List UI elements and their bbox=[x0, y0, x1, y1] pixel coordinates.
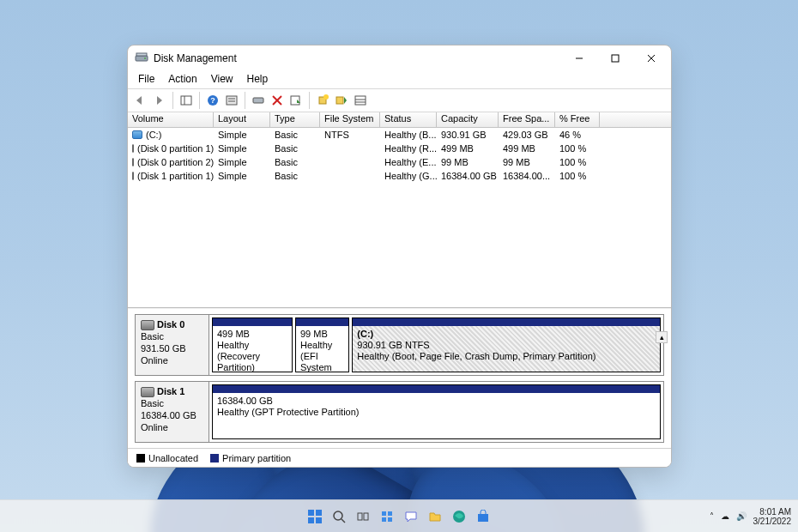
col-status[interactable]: Status bbox=[380, 112, 437, 127]
col-filesystem[interactable]: File System bbox=[320, 112, 380, 127]
svg-rect-20 bbox=[336, 97, 343, 104]
svg-point-2 bbox=[144, 57, 146, 59]
toolbar-divider bbox=[172, 92, 173, 109]
col-type[interactable]: Type bbox=[270, 112, 320, 127]
menubar: File Action View Help bbox=[128, 71, 671, 88]
widgets-icon[interactable] bbox=[378, 507, 396, 526]
svg-rect-26 bbox=[308, 517, 314, 523]
svg-point-28 bbox=[334, 511, 342, 520]
svg-rect-24 bbox=[308, 510, 314, 516]
svg-line-29 bbox=[342, 519, 345, 523]
svg-rect-17 bbox=[291, 96, 299, 105]
legend-primary: Primary partition bbox=[210, 453, 291, 463]
svg-text:?: ? bbox=[210, 96, 215, 105]
toolbar-divider bbox=[245, 92, 245, 109]
partition[interactable]: 99 MBHealthy (EFI System bbox=[295, 317, 349, 372]
disk-management-window: Disk Management File Action View Help ? … bbox=[127, 45, 672, 468]
drive-icon bbox=[132, 144, 134, 153]
toolbar-divider bbox=[309, 92, 310, 109]
start-button[interactable] bbox=[305, 507, 324, 526]
svg-rect-21 bbox=[355, 96, 366, 105]
chevron-up-icon[interactable]: ˄ bbox=[710, 511, 714, 521]
svg-rect-11 bbox=[227, 96, 237, 105]
show-hide-tree-button[interactable] bbox=[177, 91, 196, 110]
col-layout[interactable]: Layout bbox=[214, 112, 270, 127]
col-volume[interactable]: Volume bbox=[128, 112, 214, 127]
svg-rect-1 bbox=[136, 53, 147, 56]
volume-list-header: Volume Layout Type File System Status Ca… bbox=[128, 112, 671, 128]
partition[interactable]: 499 MBHealthy (Recovery Partition) bbox=[212, 317, 293, 372]
svg-point-19 bbox=[323, 94, 329, 100]
taskbar[interactable]: ˄ ☁ 🔊 8:01 AM 3/21/2022 bbox=[0, 499, 798, 532]
partition[interactable]: (C:)930.91 GB NTFSHealthy (Boot, Page Fi… bbox=[352, 317, 661, 372]
menu-help[interactable]: Help bbox=[240, 71, 275, 88]
col-pctfree[interactable]: % Free bbox=[555, 112, 600, 127]
taskbar-center bbox=[305, 507, 493, 526]
disk-icon bbox=[141, 320, 154, 330]
volume-icon[interactable]: 🔊 bbox=[736, 511, 747, 521]
svg-rect-31 bbox=[364, 513, 368, 520]
disk-map: ▴ Disk 0Basic931.50 GBOnline499 MBHealth… bbox=[128, 308, 671, 467]
drive-icon bbox=[132, 158, 134, 166]
svg-rect-30 bbox=[358, 513, 362, 520]
svg-rect-37 bbox=[478, 514, 488, 522]
svg-rect-35 bbox=[388, 517, 392, 522]
menu-view[interactable]: View bbox=[204, 71, 240, 88]
svg-rect-34 bbox=[382, 517, 386, 522]
forward-button[interactable] bbox=[150, 91, 169, 110]
explorer-icon[interactable] bbox=[426, 507, 444, 526]
properties-button[interactable] bbox=[222, 91, 241, 110]
window-title: Disk Management bbox=[154, 52, 561, 64]
drive-icon bbox=[132, 172, 134, 180]
action-button[interactable] bbox=[287, 91, 305, 110]
taskview-icon[interactable] bbox=[354, 507, 372, 526]
disk-info[interactable]: Disk 1Basic16384.00 GBOnline bbox=[136, 382, 209, 442]
svg-rect-7 bbox=[181, 96, 191, 105]
extend-volume-button[interactable] bbox=[332, 91, 351, 110]
svg-rect-27 bbox=[316, 517, 322, 523]
disk-icon bbox=[141, 387, 154, 397]
volume-row[interactable]: (Disk 1 partition 1)SimpleBasicHealthy (… bbox=[128, 169, 671, 183]
col-capacity[interactable]: Capacity bbox=[437, 112, 499, 127]
disk-management-icon bbox=[135, 51, 148, 65]
list-view-button[interactable] bbox=[351, 91, 370, 110]
toolbar: ? bbox=[128, 88, 671, 112]
help-button[interactable]: ? bbox=[203, 91, 222, 110]
svg-rect-25 bbox=[316, 510, 322, 516]
new-volume-button[interactable] bbox=[313, 91, 332, 110]
clock[interactable]: 8:01 AM 3/21/2022 bbox=[753, 507, 792, 526]
partition[interactable]: 16384.00 GBHealthy (GPT Protective Parti… bbox=[212, 384, 661, 439]
close-button[interactable] bbox=[633, 46, 669, 70]
col-freespace[interactable]: Free Spa... bbox=[499, 112, 555, 127]
delete-button[interactable] bbox=[268, 91, 287, 110]
store-icon[interactable] bbox=[474, 507, 493, 526]
menu-file[interactable]: File bbox=[131, 71, 161, 88]
legend: Unallocated Primary partition bbox=[128, 448, 671, 467]
volume-row[interactable]: (C:)SimpleBasicNTFSHealthy (B...930.91 G… bbox=[128, 128, 671, 142]
disk-row: Disk 1Basic16384.00 GBOnline16384.00 GBH… bbox=[135, 381, 664, 443]
drive-icon bbox=[132, 130, 142, 139]
svg-rect-4 bbox=[612, 55, 619, 62]
edge-icon[interactable] bbox=[450, 507, 469, 526]
menu-action[interactable]: Action bbox=[161, 71, 203, 88]
refresh-button[interactable] bbox=[249, 91, 268, 110]
toolbar-divider bbox=[199, 92, 200, 109]
volume-row[interactable]: (Disk 0 partition 2)SimpleBasicHealthy (… bbox=[128, 155, 671, 169]
back-button[interactable] bbox=[131, 91, 150, 110]
minimize-button[interactable] bbox=[561, 46, 597, 70]
svg-rect-14 bbox=[253, 98, 263, 103]
cloud-icon[interactable]: ☁ bbox=[721, 511, 729, 521]
maximize-button[interactable] bbox=[597, 46, 633, 70]
volume-list[interactable]: Volume Layout Type File System Status Ca… bbox=[128, 112, 671, 308]
volume-row[interactable]: (Disk 0 partition 1)SimpleBasicHealthy (… bbox=[128, 142, 671, 155]
taskbar-tray[interactable]: ˄ ☁ 🔊 8:01 AM 3/21/2022 bbox=[710, 507, 792, 526]
chat-icon[interactable] bbox=[402, 507, 420, 526]
scroll-up-button[interactable]: ▴ bbox=[656, 331, 668, 343]
search-icon[interactable] bbox=[329, 507, 348, 526]
titlebar[interactable]: Disk Management bbox=[128, 45, 671, 71]
legend-unallocated: Unallocated bbox=[136, 453, 198, 463]
disk-info[interactable]: Disk 0Basic931.50 GBOnline bbox=[136, 315, 209, 375]
disk-row: Disk 0Basic931.50 GBOnline499 MBHealthy … bbox=[135, 314, 664, 376]
svg-rect-33 bbox=[388, 511, 392, 516]
svg-rect-32 bbox=[382, 511, 386, 516]
